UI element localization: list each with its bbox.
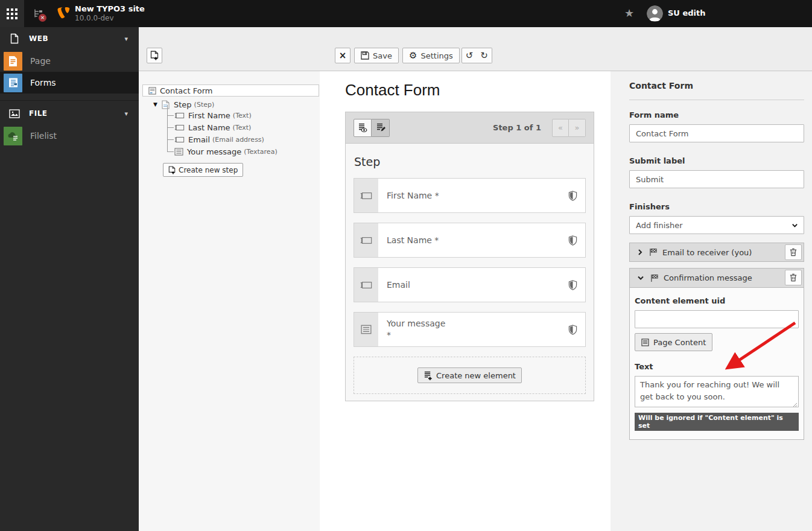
chevron-down-icon [791,222,798,229]
new-page-icon [168,166,176,174]
module-menu: WEB ▾ Page Forms [0,27,139,531]
finisher-confirmation-panel: Confirmation message Content element uid [629,268,804,440]
step-paginator: Step 1 of 1 [493,123,541,132]
inspector-panel: Contact Form Form name Submit label Fini… [611,71,812,531]
previous-step-button[interactable]: « [552,119,569,137]
chevron-down-icon [637,275,644,281]
content-element-note-badge: Will be ignored if "Content element" is … [635,413,799,431]
next-step-button[interactable]: » [569,119,586,137]
image-icon [9,109,20,118]
finisher-confirmation-body: Content element uid Page Content Text Th… [630,296,804,439]
tree-node-label: Last Name [188,123,230,132]
stage-element-email[interactable]: Email [354,267,586,302]
text-input-icon [360,281,373,289]
tree-line [167,127,174,128]
gear-icon: ⚙ [409,51,417,60]
content-element-uid-label: Content element uid [635,296,799,305]
tree-line [167,115,174,116]
confirmation-text-textarea[interactable]: Thank you for reaching out! We will get … [635,376,799,407]
tree-node-root-label: Contact Form [160,86,212,95]
trash-icon [790,273,797,282]
resize-grip-icon[interactable] [793,402,798,407]
user-avatar[interactable] [647,5,663,22]
create-new-step-button[interactable]: Create new step [163,163,243,177]
module-menu-toggle-button[interactable] [0,0,24,27]
tree-line [167,151,174,152]
trash-icon [790,248,797,256]
tree-node-step-label: Step [174,100,192,109]
chevron-down-icon: ▾ [124,35,128,43]
tree-node-your-message[interactable]: Your message (Textarea) [174,145,278,157]
close-button[interactable]: × [335,48,350,63]
element-icon-cell [354,313,378,346]
submit-label-label: Submit label [629,156,804,165]
finisher-confirmation-message[interactable]: Confirmation message [630,269,804,288]
tree-node-type: (Textarea) [244,148,277,156]
stage-element-first-name[interactable]: First Name * [354,178,586,213]
site-version: 10.0.0-dev [75,14,145,23]
tree-node-step[interactable]: ▼ Step (Step) [153,98,214,110]
page-content-button[interactable]: Page Content [635,333,712,351]
step-heading: Step [354,155,586,168]
stage-element-your-message[interactable]: Your message * [354,312,586,347]
save-button[interactable]: Save [354,48,399,63]
page-content-icon [641,339,649,346]
tree-node-email[interactable]: Email (Email address) [174,133,264,145]
finisher-flag-icon [650,274,659,282]
save-button-label: Save [373,51,392,60]
submit-label-input[interactable] [629,170,804,188]
finisher-flag-icon [649,248,658,256]
validator-shield-icon [568,325,577,335]
new-form-button[interactable] [147,48,162,63]
settings-button[interactable]: ⚙ Settings [402,48,460,63]
text-input-icon [360,192,373,200]
create-new-element-button[interactable]: Create new element [417,367,522,383]
redo-button[interactable]: ↻ [477,48,492,63]
settings-button-label: Settings [420,51,452,60]
tree-node-first-name[interactable]: First Name (Text) [174,109,252,121]
validator-shield-icon [568,235,577,246]
form-name-input[interactable] [629,124,804,142]
form-name-label: Form name [629,110,804,119]
element-required-mark: * [387,329,568,341]
finisher-email-to-receiver[interactable]: Email to receiver (you) [629,243,804,262]
element-label: First Name * [387,190,568,202]
new-element-icon [423,371,433,380]
page-content-button-label: Page Content [653,338,706,347]
add-finisher-select[interactable]: Add finisher [629,216,804,234]
textarea-icon [174,148,183,156]
text-input-icon [174,112,185,119]
tree-line [167,105,168,152]
document-eye-icon [358,123,367,133]
sidebar-item-forms[interactable]: Forms [0,72,139,94]
remove-finisher-button[interactable] [785,270,802,285]
page-tree-toggle-button[interactable]: × [27,0,49,27]
grid-icon [7,8,17,19]
save-icon [361,51,369,60]
tree-node-type: (Text) [233,112,252,119]
chevron-down-icon: ▾ [124,110,128,118]
content-element-uid-input[interactable] [635,310,799,328]
divider [629,100,804,100]
bookmark-star-button[interactable]: ★ [624,7,634,19]
remove-finisher-button[interactable] [785,244,802,260]
text-input-icon [360,237,373,244]
module-group-web[interactable]: WEB ▾ [0,27,139,50]
username-menu[interactable]: SU edith [668,8,706,17]
typo3-logo [56,5,72,21]
site-name: New TYPO3 site [75,4,145,14]
preview-edit-button[interactable] [372,119,390,137]
sidebar-item-filelist[interactable]: Filelist [0,125,139,147]
element-label: Your message [387,318,568,329]
sidebar-item-filelist-label: Filelist [30,131,57,141]
stage-element-last-name[interactable]: Last Name * [354,223,586,258]
module-group-file[interactable]: FILE ▾ [0,102,139,125]
sidebar-item-page[interactable]: Page [0,50,139,72]
form-editor-toolbar: × Save ⚙ Settings ↺ ↻ [139,27,812,71]
undo-button[interactable]: ↺ [462,48,477,63]
abstract-view-button[interactable] [354,119,372,137]
document-icon [10,33,19,44]
tree-expander-icon[interactable]: ▼ [153,101,160,107]
tree-node-root[interactable]: Contact Form [142,84,319,97]
tree-node-last-name[interactable]: Last Name (Text) [174,121,251,133]
